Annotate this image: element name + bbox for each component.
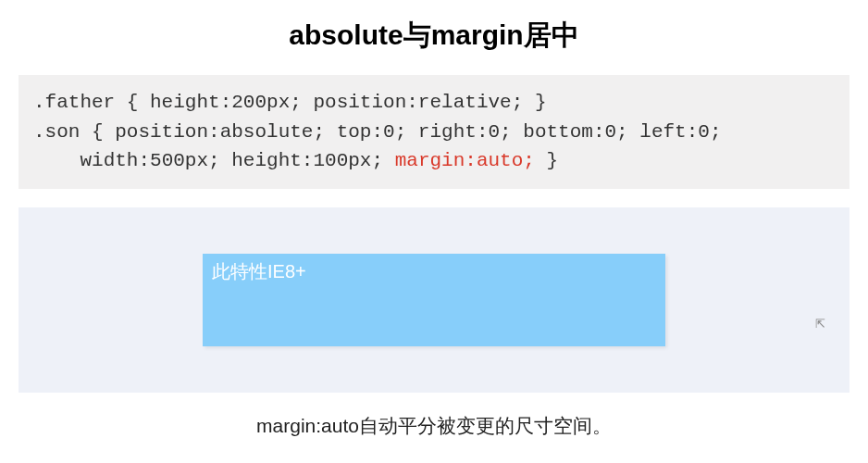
cursor-icon: ⇱	[815, 317, 825, 331]
page-title: absolute与margin居中	[0, 0, 868, 75]
demo-father-box: 此特性IE8+ ⇱	[19, 207, 849, 393]
code-block: .father { height:200px; position:relativ…	[19, 75, 849, 189]
demo-son-box: 此特性IE8+	[203, 254, 665, 346]
demo-son-text: 此特性IE8+	[212, 261, 306, 282]
code-highlight-margin: margin:auto;	[395, 150, 535, 171]
code-line-2-pre: .son { position:absolute; top:0; right:0…	[33, 121, 722, 172]
code-line-2-post: }	[535, 150, 558, 171]
code-line-1: .father { height:200px; position:relativ…	[33, 92, 547, 113]
caption-text: margin:auto自动平分被变更的尺寸空间。	[0, 393, 868, 439]
